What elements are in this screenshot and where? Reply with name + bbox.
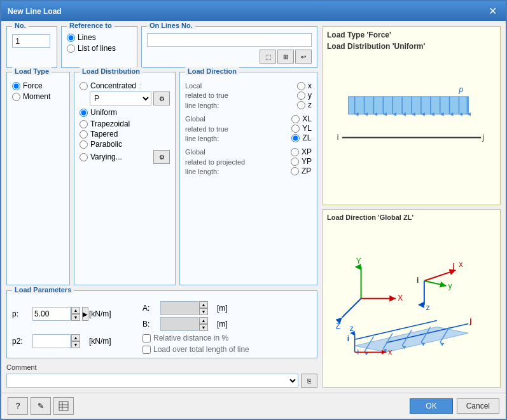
xp-option[interactable]: XP xyxy=(291,147,312,156)
no-input[interactable] xyxy=(12,34,50,48)
p-arrow-btn[interactable]: ▶ xyxy=(82,307,88,321)
svg-text:x: x xyxy=(388,348,392,356)
b-up-btn[interactable]: ▲ xyxy=(199,317,208,324)
relative-dist-checkbox[interactable]: Relative distance in % xyxy=(142,334,312,342)
load-dir-section: Load Direction Localrelated to trueline … xyxy=(179,72,317,285)
svg-text:x: x xyxy=(459,260,462,269)
tapered-option[interactable]: Tapered xyxy=(80,130,170,139)
zl-option[interactable]: ZL xyxy=(291,133,312,142)
local-dir-radios: x y z xyxy=(297,81,312,111)
load-type-svg: p i j xyxy=(323,27,500,205)
ref-list-label: List of lines xyxy=(78,44,116,53)
uniform-label: Uniform xyxy=(90,108,117,117)
p-spinner: ▲ ▼ xyxy=(71,307,80,321)
edit-btn[interactable]: ✎ xyxy=(31,397,51,415)
back-btn[interactable]: ↩ xyxy=(295,50,312,64)
ref-list-option[interactable]: List of lines xyxy=(67,44,132,53)
varying-option[interactable]: Varying... xyxy=(80,152,122,161)
varying-radio[interactable] xyxy=(80,153,88,161)
ref-lines-radio[interactable] xyxy=(67,34,75,42)
relative-dist-input[interactable] xyxy=(142,334,151,342)
trapezoidal-radio[interactable] xyxy=(80,120,88,128)
bottom-icon-bar: ? ✎ xyxy=(8,397,74,415)
p2-up-btn[interactable]: ▲ xyxy=(71,334,80,341)
xl-radio[interactable] xyxy=(291,115,300,123)
p-up-btn[interactable]: ▲ xyxy=(71,307,80,314)
tapered-radio[interactable] xyxy=(80,130,88,139)
local-y-radio[interactable] xyxy=(297,91,305,100)
uniform-option[interactable]: Uniform xyxy=(80,108,170,117)
local-z-option[interactable]: z xyxy=(297,100,312,109)
close-button[interactable]: ✕ xyxy=(486,5,499,17)
on-lines-input[interactable] xyxy=(147,33,312,47)
yl-option[interactable]: YL xyxy=(291,124,312,133)
load-dist-section: Load Distribution Concentrated : P xyxy=(74,72,176,285)
b-down-btn[interactable]: ▼ xyxy=(199,324,208,331)
no-section: No. xyxy=(6,26,57,68)
global-true-radios: XL YL ZL xyxy=(291,114,312,144)
parabolic-option[interactable]: Parabolic xyxy=(80,140,170,149)
trapezoidal-option[interactable]: Trapezoidal xyxy=(80,119,170,128)
svg-text:j: j xyxy=(452,262,455,271)
local-x-radio[interactable] xyxy=(297,82,305,90)
a-up-btn[interactable]: ▲ xyxy=(199,301,208,308)
ok-button[interactable]: OK xyxy=(410,398,452,414)
svg-text:Y: Y xyxy=(356,257,361,266)
ref-list-radio[interactable] xyxy=(67,44,75,53)
colon-sep: : xyxy=(140,83,142,90)
ref-lines-option[interactable]: Lines xyxy=(67,33,132,42)
p-select[interactable]: P xyxy=(90,91,151,105)
zl-label: ZL xyxy=(302,133,311,142)
yp-option[interactable]: YP xyxy=(291,157,312,166)
load-dir-content: Localrelated to trueline length: x y z G… xyxy=(185,81,312,177)
yp-radio[interactable] xyxy=(291,158,299,166)
load-total-length-input[interactable] xyxy=(142,346,151,354)
xl-option[interactable]: XL xyxy=(291,114,312,123)
local-z-radio[interactable] xyxy=(297,101,305,109)
global-proj-radios: XP YP ZP xyxy=(291,147,312,177)
local-x-option[interactable]: x xyxy=(297,81,312,90)
concentrated-radio[interactable] xyxy=(80,82,88,90)
svg-line-26 xyxy=(424,280,447,285)
comment-input[interactable] xyxy=(6,374,298,388)
cancel-button[interactable]: Cancel xyxy=(457,398,499,414)
a-unit: [m] xyxy=(217,304,236,313)
xp-radio[interactable] xyxy=(291,148,299,156)
help-btn[interactable]: ? xyxy=(8,397,28,415)
zp-option[interactable]: ZP xyxy=(291,166,312,175)
local-x-label: x xyxy=(308,81,312,90)
a-input[interactable] xyxy=(160,301,198,315)
concentrated-option[interactable]: Concentrated xyxy=(80,81,136,90)
ab-grid: A: ▲ ▼ [m] B: xyxy=(142,301,312,331)
zl-radio[interactable] xyxy=(291,134,300,142)
a-input-row: ▲ ▼ xyxy=(160,301,214,315)
a-down-btn[interactable]: ▼ xyxy=(199,308,208,315)
table-btn[interactable] xyxy=(53,397,74,415)
trapezoidal-label: Trapezoidal xyxy=(90,119,130,128)
p2-input[interactable] xyxy=(32,334,71,348)
yl-radio[interactable] xyxy=(291,125,300,133)
select-btn[interactable]: ⬚ xyxy=(260,50,276,64)
comment-copy-btn[interactable]: ⎘ xyxy=(301,374,317,388)
svg-text:i: i xyxy=(358,348,359,356)
force-option[interactable]: Force xyxy=(12,81,64,90)
j-label: j xyxy=(482,133,484,142)
parabolic-radio[interactable] xyxy=(80,140,88,149)
moment-option[interactable]: Moment xyxy=(12,92,64,101)
varying-settings-btn[interactable]: ⚙ xyxy=(153,150,170,164)
p-settings-btn[interactable]: ⚙ xyxy=(153,91,170,105)
force-radio[interactable] xyxy=(12,82,20,90)
local-y-option[interactable]: y xyxy=(297,91,312,100)
add-btn[interactable]: ⊞ xyxy=(277,50,294,64)
p-input[interactable] xyxy=(32,307,71,321)
params-left: p: ▲ ▼ ▶ [kN/m] p2: xyxy=(12,301,137,354)
b-input[interactable] xyxy=(160,317,198,331)
p2-down-btn[interactable]: ▼ xyxy=(71,341,80,348)
load-total-length-checkbox[interactable]: Load over total length of line xyxy=(142,345,312,354)
load-dir-svg: Y X Z j i x y xyxy=(323,210,500,388)
moment-radio[interactable] xyxy=(12,93,20,101)
uniform-radio[interactable] xyxy=(80,109,88,117)
p-down-btn[interactable]: ▼ xyxy=(71,314,80,321)
zp-radio[interactable] xyxy=(291,167,299,175)
new-line-load-dialog: New Line Load ✕ No. Reference to xyxy=(0,0,507,420)
